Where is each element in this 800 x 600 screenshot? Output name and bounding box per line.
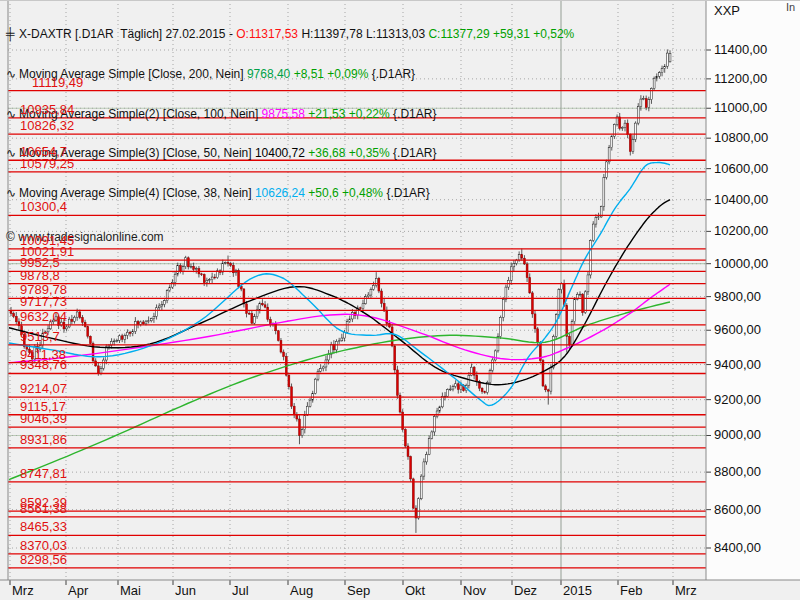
month-label: Sep bbox=[347, 584, 370, 598]
axis-tick-label: 8400,00 bbox=[714, 541, 761, 555]
month-label: Mrz bbox=[12, 584, 34, 598]
sr-price-label: 8298,56 bbox=[20, 553, 67, 566]
axis-tick-label: 11400,00 bbox=[714, 43, 767, 57]
month-label: Okt bbox=[405, 584, 425, 598]
axis-tick-label: 11000,00 bbox=[714, 101, 767, 115]
close-value: C:11377,29 +59,31 +0,52% bbox=[428, 27, 574, 41]
month-label: 2015 bbox=[563, 584, 592, 598]
watermark: © www.tradesignalonline.com bbox=[6, 231, 574, 244]
month-label: Nov bbox=[463, 584, 486, 598]
sr-price-label: 8370,03 bbox=[20, 539, 67, 552]
chart-legend: ╪X-DAXTR [.D1AR Täglich] 27.02.2015 - O:… bbox=[6, 2, 574, 271]
axis-tick-label: 9200,00 bbox=[714, 393, 761, 407]
axis-tick-label: 10400,00 bbox=[714, 193, 768, 207]
indicator-value: 10400,72 bbox=[255, 146, 305, 160]
indicator-suffix: {.D1AR} bbox=[393, 146, 436, 160]
corner-text-fragment: In bbox=[786, 1, 795, 13]
axis-tick-label: 9800,00 bbox=[714, 290, 761, 304]
sr-price-label: 9878,8 bbox=[20, 269, 60, 282]
indicator-suffix: {.D1AR} bbox=[393, 107, 436, 121]
open-value: O:11317,53 bbox=[236, 27, 301, 41]
sr-price-label: 8465,33 bbox=[20, 520, 67, 533]
chart-group-label: XXP bbox=[714, 3, 740, 18]
month-label: Feb bbox=[620, 584, 642, 598]
sr-price-label: 10935,84 bbox=[20, 103, 74, 116]
month-label: Dez bbox=[514, 584, 537, 598]
indicator-row-sma50[interactable]: ∿Moving Average Simple(3) [Close, 50, Ne… bbox=[6, 147, 574, 160]
indicator-suffix: {.D1AR} bbox=[372, 67, 415, 81]
high-low-value: H:11397,78 L:11313,03 bbox=[301, 27, 428, 41]
axis-tick-label: 10600,00 bbox=[714, 162, 768, 176]
sr-price-label: 9046,39 bbox=[20, 412, 67, 425]
indicator-row-sma200[interactable]: ∿Moving Average Simple [Close, 200, Nein… bbox=[6, 68, 574, 81]
axis-tick-label: 9600,00 bbox=[714, 323, 761, 337]
axis-tick-label: 8800,00 bbox=[714, 465, 761, 479]
indicator-row-sma100[interactable]: ∿Moving Average Simple(2) [Close, 100, N… bbox=[6, 108, 574, 121]
sr-price-label: 9348,76 bbox=[20, 358, 67, 371]
indicator-icon: ∿ bbox=[6, 68, 19, 81]
indicator-suffix: {.D1AR} bbox=[386, 186, 429, 200]
indicator-row-sma38[interactable]: ∿Moving Average Simple(4) [Close, 38, Ne… bbox=[6, 187, 574, 200]
indicator-change: +21,53 +0,22% bbox=[308, 107, 393, 121]
sr-price-label: 11119,49 bbox=[32, 76, 83, 89]
indicator-value: 9768,40 bbox=[247, 67, 290, 81]
axis-tick-label: 9400,00 bbox=[714, 358, 761, 372]
axis-tick-label: 10000,00 bbox=[714, 257, 768, 271]
month-label: Jun bbox=[175, 584, 196, 598]
sr-price-label: 8931,86 bbox=[20, 433, 67, 446]
month-label: Mrz bbox=[675, 584, 697, 598]
indicator-label: Moving Average Simple(4) [Close, 38, Nei… bbox=[19, 186, 255, 200]
sr-price-label: 8561,38 bbox=[20, 502, 67, 515]
month-label: Aug bbox=[290, 584, 313, 598]
indicator-change: +50,6 +0,48% bbox=[308, 186, 386, 200]
axis-tick-label: 11200,00 bbox=[714, 72, 767, 86]
indicator-value: 9875,58 bbox=[262, 107, 305, 121]
axis-tick-label: 10200,00 bbox=[714, 224, 768, 238]
sr-price-label: 9632,04 bbox=[20, 310, 67, 323]
tradesignal-chart-window: ╪X-DAXTR [.D1AR Täglich] 27.02.2015 - O:… bbox=[0, 0, 800, 600]
indicator-icon: ∿ bbox=[6, 108, 19, 121]
axis-tick-label: 8600,00 bbox=[714, 503, 761, 517]
sr-price-label: 10826,32 bbox=[20, 119, 74, 132]
sr-price-label: 10579,25 bbox=[20, 157, 74, 170]
sr-price-label: 10300,4 bbox=[20, 200, 67, 213]
indicator-icon: ∿ bbox=[6, 187, 19, 200]
sr-price-label: 9513,7 bbox=[20, 330, 60, 343]
instrument-icon: ╪ bbox=[6, 28, 19, 41]
axis-tick-label: 10800,00 bbox=[714, 131, 768, 145]
indicator-value: 10626,24 bbox=[255, 186, 305, 200]
month-label: Mai bbox=[120, 584, 141, 598]
sr-price-label: 9717,73 bbox=[20, 295, 67, 308]
sr-price-label: 9214,07 bbox=[20, 382, 67, 395]
indicator-icon: ∿ bbox=[6, 147, 19, 160]
axis-tick-label: 9000,00 bbox=[714, 428, 761, 442]
indicator-change: +36,68 +0,35% bbox=[308, 146, 393, 160]
indicator-change: +8,51 +0,09% bbox=[294, 67, 372, 81]
sr-price-label: 8747,81 bbox=[20, 467, 67, 480]
month-label: Jul bbox=[232, 584, 249, 598]
instrument-title: X-DAXTR [.D1AR Täglich] 27.02.2015 - bbox=[19, 27, 236, 41]
instrument-title-row[interactable]: ╪X-DAXTR [.D1AR Täglich] 27.02.2015 - O:… bbox=[6, 28, 574, 41]
month-label: Apr bbox=[68, 584, 88, 598]
